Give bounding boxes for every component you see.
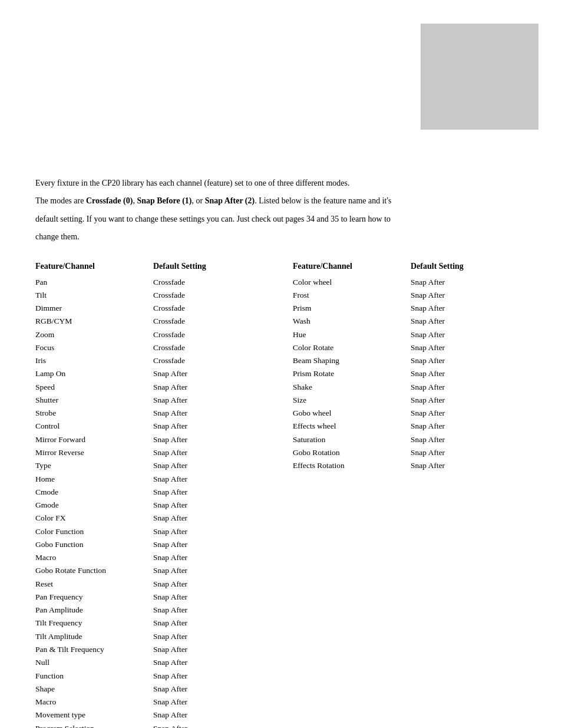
feature-name: Tilt Amplitude: [35, 630, 153, 643]
left-table-row: RGB/CYM Crossfade: [35, 315, 269, 328]
default-value: Snap After: [153, 459, 224, 472]
crossfade-bold: Crossfade (0): [86, 196, 133, 205]
default-value: Snap After: [411, 367, 481, 380]
feature-name: Gobo Rotation: [293, 446, 411, 459]
default-value: Snap After: [153, 683, 224, 696]
left-table-row: Macro Snap After: [35, 551, 269, 564]
default-value: Snap After: [411, 459, 481, 472]
left-table-row: Mirror Forward Snap After: [35, 433, 269, 446]
feature-name: Shake: [293, 381, 411, 394]
left-table-row: Zoom Crossfade: [35, 328, 269, 341]
right-table-row: Size Snap After: [293, 394, 527, 407]
feature-name: Home: [35, 473, 153, 486]
feature-name: Macro: [35, 551, 153, 564]
default-value: Snap After: [153, 630, 224, 643]
feature-name: Tilt: [35, 289, 153, 302]
left-table-row: Tilt Amplitude Snap After: [35, 630, 269, 643]
default-value: Snap After: [411, 341, 481, 354]
default-value: Snap After: [153, 512, 224, 525]
feature-name: Prism: [293, 302, 411, 315]
feature-name: Gobo Function: [35, 538, 153, 551]
default-value: Snap After: [153, 564, 224, 577]
default-value: Crossfade: [153, 276, 224, 289]
default-value: Snap After: [153, 696, 224, 709]
default-value: Snap After: [153, 538, 224, 551]
feature-name: Strobe: [35, 407, 153, 420]
left-table-row: Mirror Reverse Snap After: [35, 446, 269, 459]
right-table-rows: Color wheel Snap After Frost Snap After …: [293, 276, 527, 473]
default-value: Snap After: [153, 670, 224, 683]
default-value: Snap After: [411, 276, 481, 289]
right-table-row: Prism Rotate Snap After: [293, 367, 527, 380]
feature-name: Movement type: [35, 709, 153, 722]
default-value: Crossfade: [153, 289, 224, 302]
default-value: Crossfade: [153, 315, 224, 328]
tables-container: Feature/Channel Default Setting Pan Cros…: [35, 262, 527, 728]
default-value: Snap After: [411, 407, 481, 420]
feature-name: Gmode: [35, 499, 153, 512]
default-value: Snap After: [411, 354, 481, 367]
left-table-row: Type Snap After: [35, 459, 269, 472]
feature-name: Shape: [35, 683, 153, 696]
left-table-row: Color Function Snap After: [35, 525, 269, 538]
intro-line3: default setting. If you want to change t…: [35, 213, 527, 226]
default-value: Crossfade: [153, 354, 224, 367]
left-table-row: Pan Crossfade: [35, 276, 269, 289]
feature-name: Pan Frequency: [35, 591, 153, 604]
left-table-row: Iris Crossfade: [35, 354, 269, 367]
left-table-row: Dimmer Crossfade: [35, 302, 269, 315]
left-table-row: Control Snap After: [35, 420, 269, 433]
default-value: Snap After: [153, 499, 224, 512]
right-table-row: Shake Snap After: [293, 381, 527, 394]
right-table-row: Frost Snap After: [293, 289, 527, 302]
snap-after-bold: Snap After (2): [205, 196, 255, 205]
default-value: Snap After: [153, 525, 224, 538]
default-value: Snap After: [411, 381, 481, 394]
default-value: Snap After: [153, 591, 224, 604]
feature-name: Wash: [293, 315, 411, 328]
left-table-row: Lamp On Snap After: [35, 367, 269, 380]
feature-name: Gobo Rotate Function: [35, 564, 153, 577]
default-value: Crossfade: [153, 328, 224, 341]
feature-name: Function: [35, 670, 153, 683]
feature-name: Mirror Reverse: [35, 446, 153, 459]
intro-text: Every fixture in the CP20 library has ea…: [35, 177, 527, 244]
feature-name: Color Function: [35, 525, 153, 538]
left-table-row: Strobe Snap After: [35, 407, 269, 420]
right-table: Feature/Channel Default Setting Color wh…: [293, 262, 527, 728]
feature-name: Type: [35, 459, 153, 472]
left-table-rows: Pan Crossfade Tilt Crossfade Dimmer Cros…: [35, 276, 269, 728]
feature-name: Control: [35, 420, 153, 433]
left-table-row: Function Snap After: [35, 670, 269, 683]
left-table-row: Null Snap After: [35, 656, 269, 669]
default-value: Snap After: [411, 315, 481, 328]
feature-name: Dimmer: [35, 302, 153, 315]
right-default-header: Default Setting: [411, 262, 481, 271]
default-value: Snap After: [153, 420, 224, 433]
right-table-row: Gobo Rotation Snap After: [293, 446, 527, 459]
right-table-row: Hue Snap After: [293, 328, 527, 341]
feature-name: Null: [35, 656, 153, 669]
default-value: Snap After: [153, 394, 224, 407]
feature-name: Frost: [293, 289, 411, 302]
feature-name: Zoom: [35, 328, 153, 341]
default-value: Crossfade: [153, 302, 224, 315]
default-value: Snap After: [153, 656, 224, 669]
feature-name: Effects Rotation: [293, 459, 411, 472]
feature-name: Shutter: [35, 394, 153, 407]
right-table-row: Saturation Snap After: [293, 433, 527, 446]
feature-name: Hue: [293, 328, 411, 341]
left-table-row: Focus Crossfade: [35, 341, 269, 354]
snap-before-bold: Snap Before (1): [137, 196, 191, 205]
right-table-row: Wash Snap After: [293, 315, 527, 328]
feature-name: Pan: [35, 276, 153, 289]
feature-name: Lamp On: [35, 367, 153, 380]
left-table-row: Pan Amplitude Snap After: [35, 604, 269, 617]
default-value: Snap After: [153, 473, 224, 486]
default-value: Snap After: [153, 551, 224, 564]
default-value: Snap After: [411, 394, 481, 407]
intro-line4: change them.: [35, 230, 527, 243]
feature-name: Pan Amplitude: [35, 604, 153, 617]
left-default-header: Default Setting: [153, 262, 224, 271]
feature-name: Color Rotate: [293, 341, 411, 354]
